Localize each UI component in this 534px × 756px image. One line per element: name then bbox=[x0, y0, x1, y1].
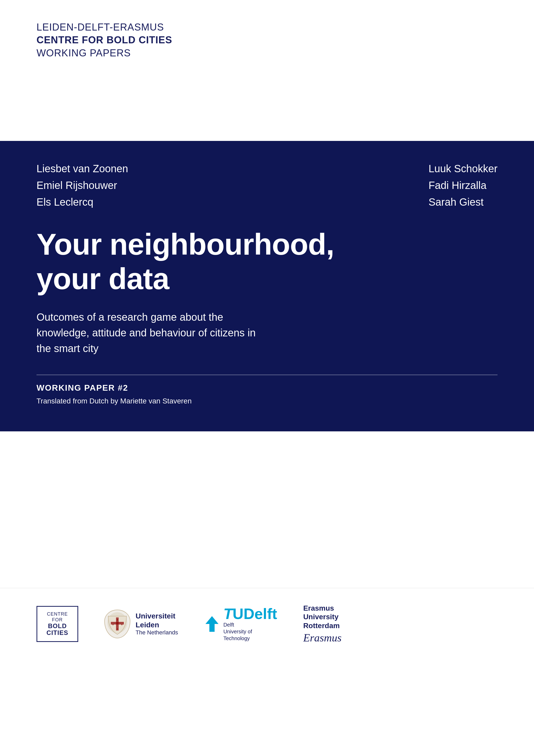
author-3: Els Leclercq bbox=[37, 195, 128, 209]
translation-note: Translated from Dutch by Mariette van St… bbox=[37, 397, 497, 405]
erasmus-line3: Rotterdam bbox=[303, 621, 340, 630]
authors-right: Luuk Schokker Fadi Hirzalla Sarah Giest bbox=[428, 162, 497, 209]
bold-cities-top-text: CENTRE FOR bbox=[43, 611, 72, 623]
erasmus-line2: University bbox=[303, 612, 339, 621]
author-5: Fadi Hirzalla bbox=[428, 178, 497, 192]
author-2: Emiel Rijshouwer bbox=[37, 178, 128, 192]
leiden-university-name: UniversiteitLeiden bbox=[136, 612, 178, 629]
erasmus-line1: Erasmus bbox=[303, 604, 334, 613]
erasmus-logo: Erasmus University Rotterdam Erasmus bbox=[303, 604, 342, 644]
author-1: Liesbet van Zoonen bbox=[37, 162, 128, 176]
header-line3: WORKING PAPERS bbox=[37, 47, 497, 60]
leiden-emblem: ✦ ✦ ✦ ✦ bbox=[104, 609, 130, 638]
footer-section: CENTRE FOR BOLDCITIES ✦ ✦ ✦ ✦ Universite… bbox=[0, 588, 534, 665]
tudelft-text-block: TUDelft DelftUniversity ofTechnology bbox=[223, 606, 277, 642]
bold-cities-main-text: BOLDCITIES bbox=[46, 623, 68, 636]
tudelft-arrow-svg bbox=[204, 615, 220, 633]
author-4: Luuk Schokker bbox=[428, 162, 497, 176]
tudelft-sub: DelftUniversity ofTechnology bbox=[223, 621, 277, 642]
header-title-block: LEIDEN-DELFT-ERASMUS CENTRE FOR BOLD CIT… bbox=[37, 21, 497, 60]
erasmus-script: Erasmus bbox=[303, 632, 342, 644]
subtitle: Outcomes of a research game about the kn… bbox=[37, 309, 271, 356]
authors-left: Liesbet van Zoonen Emiel Rijshouwer Els … bbox=[37, 162, 128, 209]
leiden-subtitle: The Netherlands bbox=[136, 629, 178, 636]
svg-text:✦: ✦ bbox=[121, 624, 123, 626]
author-6: Sarah Giest bbox=[428, 195, 497, 209]
header-line2: CENTRE FOR BOLD CITIES bbox=[37, 34, 497, 46]
svg-text:✦: ✦ bbox=[116, 618, 118, 621]
dark-section: Liesbet van Zoonen Emiel Rijshouwer Els … bbox=[0, 141, 534, 431]
main-title: Your neighbourhood,your data bbox=[37, 227, 497, 296]
svg-text:✦: ✦ bbox=[116, 628, 118, 630]
leiden-logo: ✦ ✦ ✦ ✦ UniversiteitLeiden The Netherlan… bbox=[104, 609, 178, 638]
header-line1: LEIDEN-DELFT-ERASMUS bbox=[37, 21, 497, 34]
top-white-section: LEIDEN-DELFT-ERASMUS CENTRE FOR BOLD CIT… bbox=[0, 0, 534, 141]
working-paper-label: WORKING PAPER #2 bbox=[37, 383, 497, 393]
tudelft-tu: TUDelft bbox=[223, 606, 277, 621]
authors-row: Liesbet van Zoonen Emiel Rijshouwer Els … bbox=[37, 162, 497, 209]
leiden-crest-svg: ✦ ✦ ✦ ✦ bbox=[106, 611, 129, 637]
divider bbox=[37, 374, 497, 375]
bold-cities-logo: CENTRE FOR BOLDCITIES bbox=[37, 606, 78, 642]
mid-white-section bbox=[0, 431, 534, 588]
svg-text:✦: ✦ bbox=[112, 624, 114, 626]
tudelft-logo: TUDelft DelftUniversity ofTechnology bbox=[204, 606, 277, 642]
tudelft-symbol bbox=[204, 615, 220, 633]
leiden-text-block: UniversiteitLeiden The Netherlands bbox=[136, 612, 178, 636]
